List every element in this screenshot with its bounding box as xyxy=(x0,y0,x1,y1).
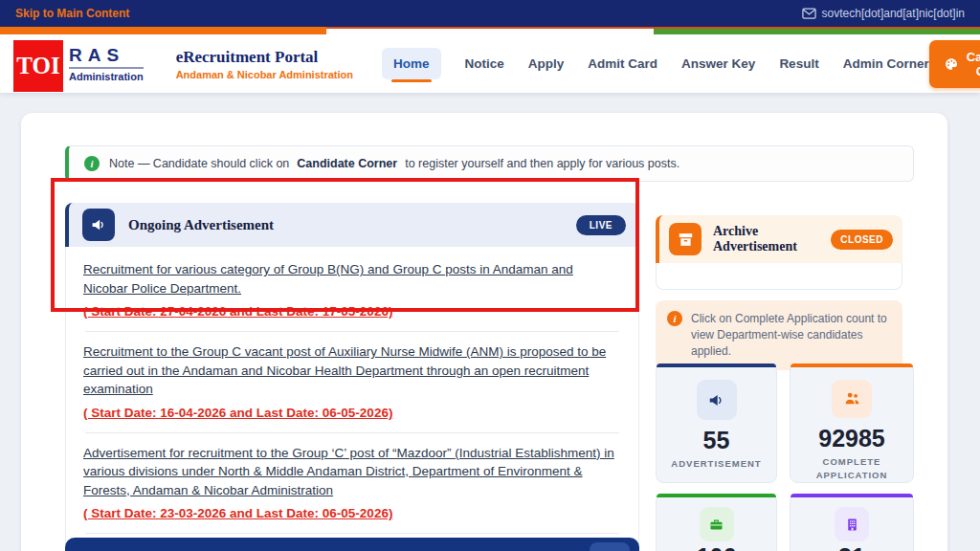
partial-count-green: 106 xyxy=(697,544,737,551)
note-highlight: Candidate Corner xyxy=(297,157,397,170)
info-icon: i xyxy=(667,311,682,326)
complete-application-label: COMPLETE APPLICATION xyxy=(799,455,904,482)
nav-item-home[interactable]: Home xyxy=(382,48,441,79)
nav-item-result[interactable]: Result xyxy=(779,48,818,79)
partial-count-purple: 31 xyxy=(838,544,865,551)
divider xyxy=(85,331,619,332)
note-text: Note — Candidate should click onCandidat… xyxy=(109,157,679,170)
site-logo: RAS Administration xyxy=(69,45,144,82)
megaphone-icon xyxy=(82,209,115,241)
divider xyxy=(85,533,619,534)
nav-item-admit-card[interactable]: Admit Card xyxy=(588,48,657,79)
archive-icon xyxy=(669,223,702,255)
note-banner: i Note — Candidate should click onCandid… xyxy=(65,145,914,182)
nav-item-answer-key[interactable]: Answer Key xyxy=(681,48,755,79)
archive-advertisement-header[interactable]: Archive Advertisement CLOSED xyxy=(656,215,902,263)
info-icon: i xyxy=(84,156,100,171)
ongoing-advertisement-card: Ongoing Advertisement LIVE Recruitment f… xyxy=(65,203,639,551)
people-icon xyxy=(832,380,872,418)
advertisement-link[interactable]: Recruitment for various category of Grou… xyxy=(83,260,621,320)
top-bar: Skip to Main Content sovtech[dot]and[at]… xyxy=(0,0,980,27)
logo-text-bottom: Administration xyxy=(69,67,144,82)
candidate-corner-button[interactable]: Candidate Corner xyxy=(929,40,980,88)
archive-advertisement-title: Archive Advertisement xyxy=(713,224,831,254)
archive-advertisement-card: Archive Advertisement CLOSED xyxy=(656,215,902,290)
nav-item-admin-corner[interactable]: Admin Corner xyxy=(843,48,929,79)
advertisement-count: 55 xyxy=(703,428,730,452)
ongoing-advertisement-title: Ongoing Advertisement xyxy=(128,217,274,233)
stat-card-partial-green: 106 xyxy=(656,494,777,551)
contact-email-text: sovtech[dot]and[at]nic[dot]in xyxy=(822,7,965,20)
sidebar-note-text: Click on Complete Application count to v… xyxy=(691,311,891,360)
megaphone-icon xyxy=(697,380,737,420)
next-section-header-partial xyxy=(65,538,639,551)
ongoing-advertisement-header: Ongoing Advertisement LIVE xyxy=(65,203,639,247)
complete-application-count[interactable]: 92985 xyxy=(818,426,885,451)
candidate-corner-label: Candidate Corner xyxy=(967,50,980,78)
closed-badge: CLOSED xyxy=(831,230,893,250)
partial-badge xyxy=(590,542,630,551)
portal-subtitle: Andaman & Nicobar Administration xyxy=(176,69,353,80)
live-badge: LIVE xyxy=(576,215,626,235)
stats-grid: 55 ADVERTISEMENT 92985 COMPLETE APPLICAT… xyxy=(656,364,917,551)
advertisement-link[interactable]: Recruitment to the Group C vacant post o… xyxy=(83,342,621,422)
briefcase-icon xyxy=(700,507,734,541)
toi-watermark: TOI xyxy=(13,40,63,92)
logo-text-top: RAS xyxy=(69,45,144,66)
divider xyxy=(85,432,619,433)
stat-card-complete-application[interactable]: 92985 COMPLETE APPLICATION xyxy=(790,364,914,483)
advertisement-link[interactable]: Advertisement for recruitment to the Gro… xyxy=(83,444,621,523)
main-nav: Home Notice Apply Admit Card Answer Key … xyxy=(382,48,929,79)
site-header: TOI RAS Administration eRecruitment Port… xyxy=(0,34,980,93)
archive-advertisement-body xyxy=(656,263,902,290)
advertisement-label: ADVERTISEMENT xyxy=(671,457,761,471)
contact-email: sovtech[dot]and[at]nic[dot]in xyxy=(802,7,965,20)
stat-card-advertisement: 55 ADVERTISEMENT xyxy=(656,364,777,483)
page: Skip to Main Content sovtech[dot]and[at]… xyxy=(0,0,980,551)
nav-item-apply[interactable]: Apply xyxy=(528,48,565,79)
stat-card-partial-purple: 31 xyxy=(790,494,914,551)
tricolor-stripe xyxy=(0,27,980,34)
portal-title: eRecruitment Portal xyxy=(176,48,353,67)
portal-title-block: eRecruitment Portal Andaman & Nicobar Ad… xyxy=(176,48,353,80)
ongoing-advertisement-list: Recruitment for various category of Grou… xyxy=(65,247,639,551)
skip-to-main-content-link[interactable]: Skip to Main Content xyxy=(15,7,129,20)
palette-icon xyxy=(944,56,959,72)
building-icon xyxy=(835,507,869,541)
nav-item-notice[interactable]: Notice xyxy=(465,48,504,79)
envelope-icon xyxy=(802,8,816,19)
sidebar-note: i Click on Complete Application count to… xyxy=(656,300,902,370)
